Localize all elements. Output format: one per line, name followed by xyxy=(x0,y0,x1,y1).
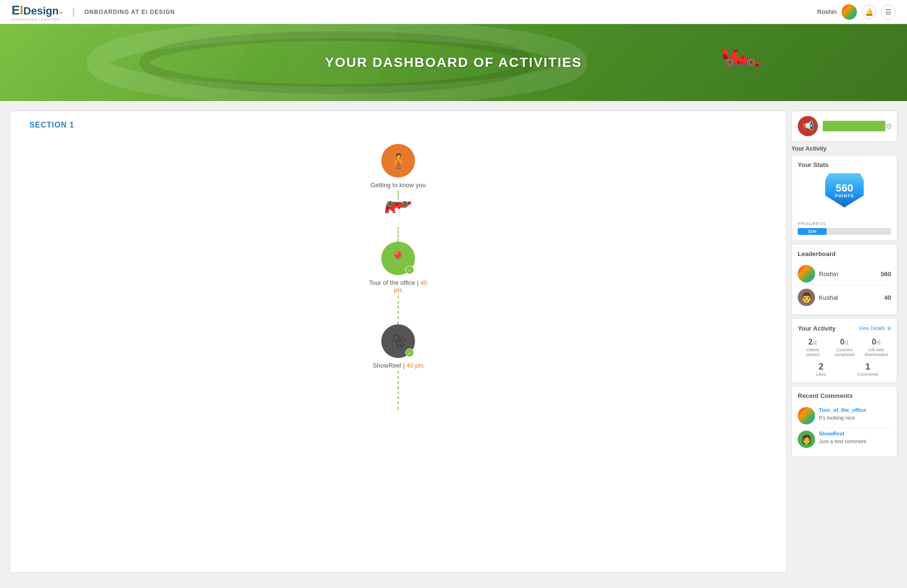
user-name: Roshin xyxy=(817,8,837,15)
logo-i: I xyxy=(20,3,23,18)
hero-title: YOUR DASHBOARD OF ACTIVITIES xyxy=(325,55,582,70)
your-activity-header: Your Activity View Details ≡ xyxy=(798,324,891,332)
node-label-2: Tour of the office | 40 pts xyxy=(369,279,428,294)
timeline-item-3: 🎥 ✓ ShowReel | 40 pts xyxy=(373,324,423,409)
race-car-small: 🏎️ xyxy=(384,200,413,227)
menu-icon: ☰ xyxy=(885,8,892,16)
timeline-item-2: 📍 ✓ Tour of the office | 40 pts xyxy=(369,242,428,324)
ya-view-details[interactable]: View Details xyxy=(859,326,885,331)
node-circle-3[interactable]: 🎥 ✓ xyxy=(381,324,415,358)
leaderboard-card: Leaderboard Roshin 560 👨 Kushal 40 xyxy=(791,244,897,315)
points-badge: 560 POINTS ⌒ xyxy=(823,173,866,217)
gear-icon[interactable]: ⚙ xyxy=(885,122,892,131)
logo-e: E xyxy=(12,3,20,18)
node-circle-1[interactable]: 🧍 xyxy=(381,144,415,178)
leaderboard-title: Leaderboard xyxy=(798,250,891,257)
ya-stats-grid: 2/2 Videosviewed 0/1 Coursescompleted 0/… xyxy=(798,338,891,357)
ya-courses-num: 0/1 xyxy=(829,338,859,346)
leaderboard-item-1: 👨 Kushal 40 xyxy=(798,286,891,309)
user-avatar[interactable] xyxy=(842,4,857,20)
lb-name-0: Roshin xyxy=(819,270,838,278)
header-right: Roshin 🔔 ☰ xyxy=(817,4,895,20)
ya-jobaid-label: Job aidsdownloaded xyxy=(861,347,891,357)
lb-avatar-1: 👨 xyxy=(798,289,815,306)
notification-bell[interactable]: 🔔 xyxy=(862,5,876,19)
logo-design: Design xyxy=(24,5,59,17)
left-panel: SECTION 1 🧍 Getting to know you 🏎️ xyxy=(10,111,787,573)
ya-title: Your Activity xyxy=(798,325,836,332)
ya-jobaid-num: 0/5 xyxy=(861,338,891,346)
rc-item-1: 👩 ShowReel Just a test comment xyxy=(798,428,891,451)
progress-bar-fill: 31% xyxy=(798,228,827,235)
timeline: 🧍 Getting to know you 🏎️ 📍 xyxy=(29,144,767,409)
ya-list-icon[interactable]: ≡ xyxy=(887,324,891,332)
check-badge-3: ✓ xyxy=(405,348,414,357)
section-title: SECTION 1 xyxy=(29,121,767,129)
bell-icon: 🔔 xyxy=(865,8,873,16)
connector-top xyxy=(398,191,399,200)
race-car-connector: 🏎️ xyxy=(384,191,413,242)
timeline-node-1: 🧍 Getting to know you xyxy=(371,144,426,189)
check-badge-2: ✓ xyxy=(405,266,414,274)
timeline-node-2: 📍 ✓ Tour of the office | 40 pts xyxy=(369,242,428,294)
ya-courses-label: Coursescompleted xyxy=(829,347,859,357)
rc-text-0: It's looking nice xyxy=(819,415,855,421)
connector-3 xyxy=(398,371,399,409)
lb-avatar-0 xyxy=(798,265,815,282)
stats-card-title: Your Stats xyxy=(798,161,891,168)
ya-likes: 2 Likes xyxy=(798,362,844,377)
main-content: SECTION 1 🧍 Getting to know you 🏎️ xyxy=(0,101,907,582)
rc-content-1: ShowReel Just a test comment xyxy=(819,431,866,445)
lb-left-1: 👨 Kushal xyxy=(798,289,838,306)
header-left: E I Design ™ ENERGISING LEARNING | ONBOA… xyxy=(12,3,175,21)
points-label: POINTS xyxy=(835,193,854,198)
rc-link-0[interactable]: Tour_of_the_office xyxy=(819,407,866,413)
lb-score-1: 40 xyxy=(884,294,891,301)
megaphone-icon: 📢 xyxy=(798,116,818,136)
activity-progress-bar xyxy=(823,121,885,131)
activity-banner: 📢 ⚙ xyxy=(791,111,897,141)
activity-banner-label: Your Activity xyxy=(791,144,897,155)
node-label-3: ShowReel | 40 pts xyxy=(373,362,423,369)
logo-sub: ENERGISING LEARNING xyxy=(12,18,60,21)
ya-likes-label: Likes xyxy=(798,372,844,377)
hero-banner: 🏎️ YOUR DASHBOARD OF ACTIVITIES xyxy=(0,24,907,101)
ya-actions: View Details ≡ xyxy=(859,324,891,332)
lb-name-1: Kushal xyxy=(819,294,838,301)
node-label-1: Getting to know you xyxy=(371,181,426,189)
camera-icon: 🎥 xyxy=(390,333,407,349)
your-activity-card: Your Activity View Details ≡ 2/2 Videosv… xyxy=(791,318,897,383)
points-number: 560 xyxy=(836,183,854,193)
leaderboard-item-0: Roshin 560 xyxy=(798,262,891,286)
rc-link-1[interactable]: ShowReel xyxy=(819,431,866,436)
ya-stat-courses: 0/1 Coursescompleted xyxy=(829,338,859,357)
course-title: ONBOARDING AT EI DESIGN xyxy=(84,9,175,15)
logo[interactable]: E I Design ™ ENERGISING LEARNING xyxy=(12,3,63,21)
ya-comments-num: 1 xyxy=(844,362,891,372)
lb-score-0: 560 xyxy=(881,270,891,278)
badge-shield: 560 POINTS xyxy=(825,173,864,207)
lb-left-0: Roshin xyxy=(798,265,838,282)
progress-pct: 31% xyxy=(808,229,816,234)
progress-bar-container: 31% xyxy=(798,228,891,235)
rc-text-1: Just a test comment xyxy=(819,438,866,444)
activity-banner-left: 📢 xyxy=(798,116,885,136)
recent-comments-card: Recent Comments Tour_of_the_office It's … xyxy=(791,386,897,457)
rc-avatar-0 xyxy=(798,407,815,424)
progress-label: PROGRESS xyxy=(798,221,891,226)
rc-item-0: Tour_of_the_office It's looking nice xyxy=(798,404,891,428)
connector-2 xyxy=(398,295,399,324)
stats-card: Your Stats 560 POINTS ⌒ PROGRESS 31% xyxy=(791,155,897,241)
ya-videos-label: Videosviewed xyxy=(798,347,828,357)
ya-videos-num: 2/2 xyxy=(798,338,828,346)
timeline-node-3: 🎥 ✓ ShowReel | 40 pts xyxy=(373,324,423,369)
node-circle-2[interactable]: 📍 ✓ xyxy=(381,242,415,275)
logo-tm: ™ xyxy=(59,11,63,15)
right-panel: 📢 ⚙ Your Activity Your Stats 560 POINTS … xyxy=(791,111,897,573)
rc-content-0: Tour_of_the_office It's looking nice xyxy=(819,407,866,422)
rc-title: Recent Comments xyxy=(798,392,891,399)
person-icon: 🧍 xyxy=(389,153,407,169)
menu-button[interactable]: ☰ xyxy=(881,5,895,19)
header-divider: | xyxy=(72,6,75,17)
ya-comments: 1 Comments xyxy=(844,362,891,377)
